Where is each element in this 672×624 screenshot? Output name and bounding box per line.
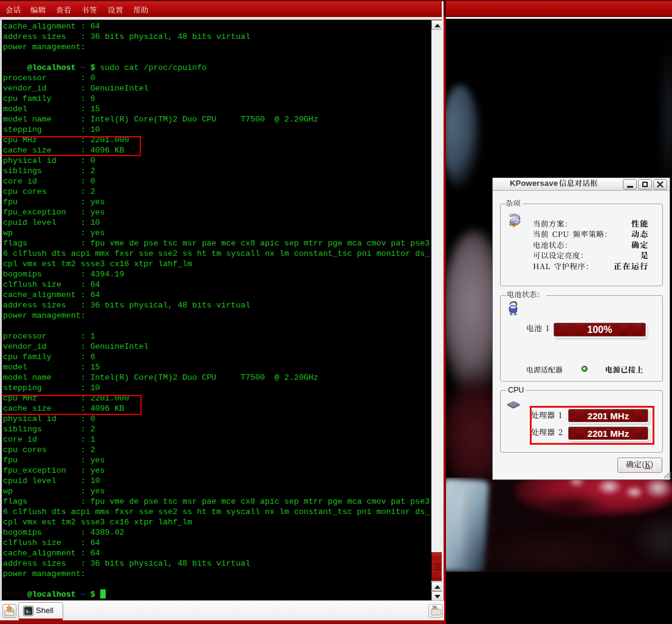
- svg-text:>: >: [29, 610, 31, 615]
